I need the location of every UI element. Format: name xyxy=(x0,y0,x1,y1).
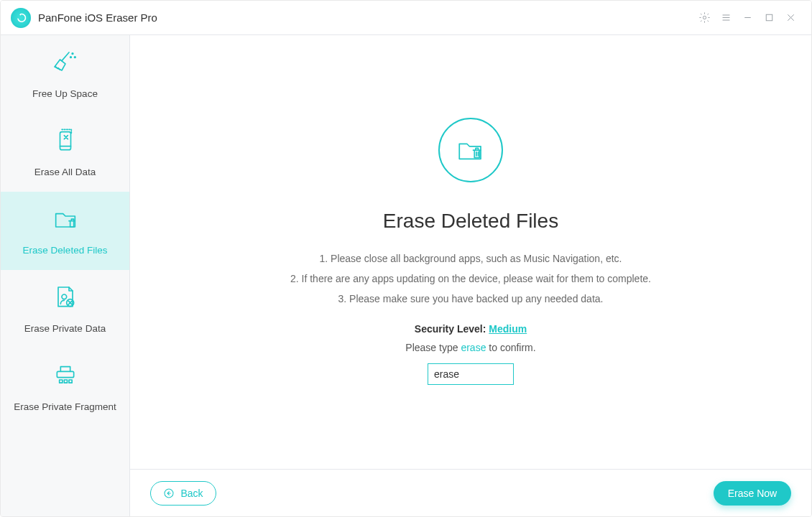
erase-now-button-label: Erase Now xyxy=(728,488,777,499)
sidebar-item-label: Erase Private Data xyxy=(24,323,106,335)
instructions: 1. Please close all background apps, suc… xyxy=(290,248,651,309)
security-level-link[interactable]: Medium xyxy=(489,323,527,335)
minimize-button[interactable] xyxy=(737,7,758,29)
confirm-prefix: Please type xyxy=(405,342,461,353)
svg-point-10 xyxy=(74,57,75,58)
main-panel: Erase Deleted Files 1. Please close all … xyxy=(130,35,811,516)
svg-rect-17 xyxy=(59,380,62,383)
svg-rect-18 xyxy=(64,380,67,383)
menu-button[interactable] xyxy=(715,7,737,29)
svg-rect-6 xyxy=(766,14,772,21)
broom-icon xyxy=(46,47,85,80)
close-button[interactable] xyxy=(780,7,801,29)
menu-icon xyxy=(720,11,732,24)
svg-point-14 xyxy=(62,294,67,299)
svg-point-9 xyxy=(72,53,73,55)
app-window: PanFone iOS Eraser Pro Free Up Space xyxy=(0,0,812,517)
sidebar-item-free-up-space[interactable]: Free Up Space xyxy=(1,35,129,113)
svg-rect-16 xyxy=(57,371,73,377)
sidebar-item-label: Erase Deleted Files xyxy=(23,245,108,257)
shredder-icon xyxy=(46,360,85,393)
svg-point-1 xyxy=(703,16,706,19)
confirm-keyword: erase xyxy=(461,342,486,353)
instruction-line: 1. Please close all background apps, suc… xyxy=(290,248,651,269)
close-icon xyxy=(785,11,797,24)
gear-icon xyxy=(698,11,711,24)
back-button-label: Back xyxy=(180,488,203,499)
sidebar-item-erase-deleted-files[interactable]: Erase Deleted Files xyxy=(1,192,129,270)
maximize-icon xyxy=(763,11,775,24)
svg-point-11 xyxy=(70,57,71,58)
instruction-line: 3. Please make sure you have backed up a… xyxy=(290,289,651,309)
svg-rect-19 xyxy=(69,380,72,383)
settings-button[interactable] xyxy=(693,7,715,29)
confirm-instruction: Please type erase to confirm. xyxy=(405,342,535,353)
sidebar-item-erase-private-fragment[interactable]: Erase Private Fragment xyxy=(1,348,129,427)
hero-icon xyxy=(438,118,503,182)
security-level-label: Security Level: xyxy=(415,323,486,335)
sidebar-item-label: Erase Private Fragment xyxy=(14,401,116,414)
confirm-suffix: to confirm. xyxy=(486,342,535,353)
security-level-row: Security Level: Medium xyxy=(415,323,527,335)
sidebar-item-erase-private-data[interactable]: Erase Private Data xyxy=(1,270,129,348)
svg-marker-0 xyxy=(19,14,21,16)
titlebar: PanFone iOS Eraser Pro xyxy=(1,1,811,35)
sidebar: Free Up Space Erase All Data Erase Delet… xyxy=(1,35,130,516)
phone-erase-icon xyxy=(46,125,85,158)
confirm-input[interactable] xyxy=(428,363,514,385)
instruction-line: 2. If there are any apps updating on the… xyxy=(290,269,651,289)
svg-rect-12 xyxy=(60,132,70,150)
back-button[interactable]: Back xyxy=(150,481,216,506)
footer: Back Erase Now xyxy=(130,469,811,516)
minimize-icon xyxy=(742,11,754,24)
folder-trash-icon xyxy=(46,203,85,236)
sidebar-item-erase-all-data[interactable]: Erase All Data xyxy=(1,113,129,192)
back-arrow-icon xyxy=(163,488,175,499)
maximize-button[interactable] xyxy=(758,7,780,29)
page-title: Erase Deleted Files xyxy=(383,210,558,233)
folder-trash-icon xyxy=(456,135,486,165)
app-title: PanFone iOS Eraser Pro xyxy=(38,11,157,24)
file-user-remove-icon xyxy=(46,281,85,315)
sidebar-item-label: Erase All Data xyxy=(34,167,96,179)
sidebar-item-label: Free Up Space xyxy=(32,88,98,101)
app-logo-icon xyxy=(11,8,31,28)
erase-now-button[interactable]: Erase Now xyxy=(714,481,791,506)
